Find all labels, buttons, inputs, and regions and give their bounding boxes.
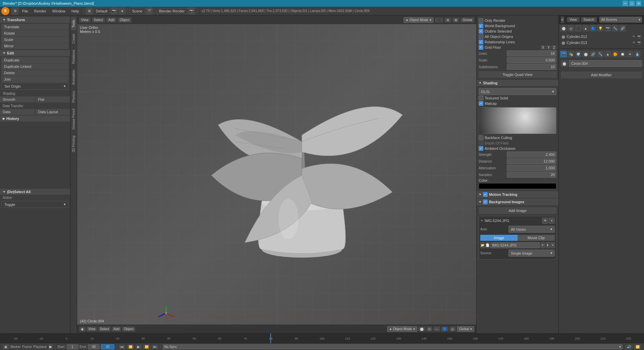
vp-global-transform-dropdown[interactable]: Global ▾ [457, 326, 474, 332]
prop-icon-world[interactable]: 🌍 [575, 51, 582, 57]
vp-mode-dropdown[interactable]: ●Object Mode▾ [404, 17, 434, 23]
prop-icon-modifiers[interactable]: 🔧 [597, 51, 604, 57]
duplicate-linked-button[interactable]: Duplicate Linked [1, 63, 69, 70]
background-images-header[interactable]: ▼ Background Images [477, 199, 558, 205]
filter-icon-8[interactable]: 🔧 [612, 25, 619, 32]
timeline-view-btn[interactable]: ◉ [3, 344, 9, 349]
translate-button[interactable]: Translate [1, 24, 69, 30]
tree-item-cylinder013[interactable]: ⬤ Cylinder.013 👁 📷 [560, 40, 643, 46]
cylinder013-render-btn[interactable]: 📷 [637, 40, 641, 45]
marker-menu[interactable]: Marker [10, 345, 21, 349]
render-icon[interactable]: ● [118, 7, 126, 15]
scale-button[interactable]: Scale [1, 37, 69, 43]
img-download-btn[interactable]: ⬇ [546, 242, 550, 248]
depth-of-field-checkbox[interactable] [479, 141, 483, 145]
transform-section-header[interactable]: ▼ Transform [0, 17, 70, 23]
img-folder-btn[interactable]: 📁 [480, 242, 485, 248]
search-tab[interactable]: Search [581, 17, 597, 22]
prop-icon-scene[interactable]: 🎭 [568, 51, 574, 57]
filter-icon-1[interactable]: ⬤ [560, 25, 567, 32]
window-menu[interactable]: Window [50, 8, 68, 14]
all-views-dropdown[interactable]: All Views ▾ [508, 226, 555, 233]
filter-icon-6[interactable]: 💡 [597, 25, 604, 32]
background-images-checkbox[interactable] [483, 200, 488, 204]
vp-select-menu[interactable]: Select [92, 17, 105, 23]
world-background-checkbox[interactable] [479, 24, 483, 28]
ambient-occlusion-checkbox[interactable] [479, 146, 483, 151]
prop-icon-object[interactable]: ⬤ [582, 51, 589, 57]
history-section-header[interactable]: ▶ History [0, 116, 70, 122]
loop-btn[interactable]: 🔁 [634, 345, 641, 349]
scale-value[interactable]: 0.500 [507, 57, 556, 63]
set-origin-dropdown[interactable]: Set Origin ▾ [1, 83, 69, 90]
timeline[interactable]: -20 -10 0 10 20 30 40 50 60 70 80 90 100… [0, 334, 644, 343]
all-scenes-dropdown[interactable]: All Scenes ▾ [599, 17, 642, 23]
blender-icon-btn[interactable]: ⚙ [11, 7, 19, 15]
play-icon-btn[interactable]: ▶ [48, 344, 53, 349]
vp-bottom-view-menu[interactable]: View [87, 326, 97, 332]
strength-value[interactable]: 2.400 [507, 151, 556, 158]
motion-tracking-checkbox[interactable] [483, 192, 488, 197]
f-btn[interactable]: F [541, 242, 545, 248]
cylinder012-render-btn[interactable]: 📷 [637, 34, 641, 39]
render-engine-dropdown[interactable]: Blender Render [157, 8, 187, 14]
filter-icon-9[interactable]: 🔗 [619, 25, 626, 32]
transport-last-btn[interactable]: ⏭ [152, 345, 158, 349]
audio-btn[interactable]: 🔊 [625, 345, 633, 349]
movie-clip-tab[interactable]: Movie Clip [518, 235, 555, 241]
deselect-section-header[interactable]: ▼ (De)Select All [0, 189, 70, 195]
transport-play-btn[interactable]: ▶ [136, 345, 142, 349]
img-close-btn[interactable]: ✕ [549, 218, 555, 224]
img-path-input[interactable] [490, 242, 540, 248]
axis-z-btn[interactable]: Z [552, 45, 556, 50]
vp-pivot-bottom-btn[interactable]: ⊙ [426, 326, 432, 332]
scene-dropdown[interactable]: Scene [129, 8, 145, 14]
backface-culling-checkbox[interactable] [479, 135, 483, 140]
glsl-dropdown[interactable]: GLSL ▾ [479, 88, 556, 95]
maximize-button[interactable]: □ [629, 1, 635, 6]
animation-tab[interactable]: Animation [71, 67, 76, 87]
distance-value[interactable]: 12.090 [507, 158, 556, 164]
sync-mode-dropdown[interactable]: No Sync ▾ [163, 344, 623, 349]
lines-value[interactable]: 16 [507, 50, 556, 56]
only-render-checkbox[interactable] [479, 18, 483, 23]
prop-icon-particles[interactable]: ✦ [627, 51, 633, 57]
prop-icon-data[interactable]: ▲ [604, 51, 611, 57]
prop-icon-texture[interactable]: 🔲 [619, 51, 626, 57]
vp-transform-btn[interactable]: ⊞ [452, 17, 459, 23]
vp-pivot-btn[interactable]: ⊕ [444, 17, 451, 23]
attenuation-value[interactable]: 1.000 [507, 165, 556, 171]
start-frame-input[interactable] [67, 344, 78, 349]
toggle-quad-view-button[interactable]: Toggle Quad View [479, 71, 556, 78]
join-button[interactable]: Join [1, 76, 69, 82]
delete-button[interactable]: Delete [1, 70, 69, 76]
vp-bottom-select-menu[interactable]: Select [98, 326, 111, 332]
transport-prev-btn[interactable]: ⏪ [127, 345, 134, 349]
relationship-lines-checkbox[interactable] [479, 40, 483, 44]
relations-tab[interactable]: Relations [71, 47, 76, 67]
playback-menu[interactable]: Playback [33, 345, 47, 349]
image-tab[interactable]: Image [480, 235, 518, 241]
grid-floor-checkbox[interactable] [479, 45, 483, 50]
rotate-button[interactable]: Rotate [1, 30, 69, 36]
minimize-button[interactable]: ─ [623, 1, 628, 6]
prop-icon-render[interactable]: 🎬 [560, 51, 567, 57]
file-menu[interactable]: File [19, 8, 31, 14]
close-button[interactable]: ✕ [636, 1, 641, 6]
color-swatch[interactable] [479, 183, 556, 189]
vp-view-menu[interactable]: View [79, 17, 91, 23]
matcap-checkbox[interactable] [479, 101, 483, 106]
current-frame-input[interactable] [101, 344, 114, 349]
img-clear-btn[interactable]: ✕ [550, 242, 555, 248]
edit-section-header[interactable]: ▼ Edit [0, 50, 70, 56]
prop-icon-physics[interactable]: 💧 [634, 51, 641, 57]
tree-item-cylinder012[interactable]: ⬤ Cylinder.012 👁 📷 [560, 34, 643, 40]
transport-first-btn[interactable]: ⏮ [119, 345, 125, 349]
view-tab[interactable]: View [567, 17, 580, 22]
vp-object-mode-dropdown[interactable]: ● Object Mode ▾ [387, 326, 417, 332]
axis-y-btn[interactable]: Y [546, 45, 551, 50]
duplicate-button[interactable]: Duplicate [1, 57, 69, 63]
smooth-button[interactable]: Smooth [0, 96, 35, 102]
outliner-icon[interactable]: ≡ [561, 16, 564, 23]
data-button[interactable]: Data [0, 109, 35, 115]
